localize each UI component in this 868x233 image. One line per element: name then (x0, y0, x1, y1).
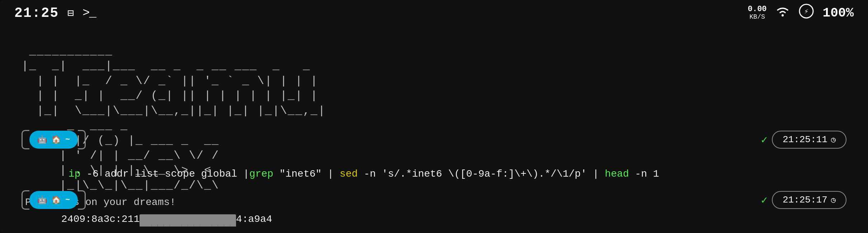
cmd-sed: sed (340, 168, 358, 180)
checkmark-1: ✓ (761, 133, 768, 146)
bracket-left-1 (22, 130, 29, 149)
cmd-part2: "inet6" | (273, 168, 340, 180)
timestamp-pill-2: 21:25:17 ◷ (772, 191, 846, 209)
home-icon-1: 🏠 (51, 135, 61, 145)
android-icon-1: 🤖 (37, 135, 47, 145)
pill-badge-1: 🤖 🏠 ~ (29, 131, 78, 149)
cmd-ip: ip (69, 168, 81, 180)
bracket-left-2 (22, 190, 29, 210)
cmd-part4: -n 1 (629, 168, 659, 180)
redacted-ip: ████████████████ (140, 214, 236, 224)
command-block-1: 🤖 🏠 ~ ✓ 21:25:11 ◷ ip -6 addr list scope… (22, 130, 846, 233)
bracket-right-1 (78, 130, 86, 149)
cmd-timestamp-2: ✓ 21:25:17 ◷ (761, 191, 846, 209)
tilde-1: ~ (65, 135, 70, 144)
android-icon-2: 🤖 (37, 195, 47, 205)
status-time: 21:25 (14, 5, 59, 21)
cmd-grep: grep (249, 168, 273, 180)
svg-text:⚡: ⚡ (804, 8, 808, 16)
pill-badge-2: 🤖 🏠 ~ (29, 191, 78, 209)
terminal-window: 21:25 ⊟ >_ 0.00 KB/S ⚡ (0, 0, 868, 233)
timestamp-value-2: 21:25:17 (783, 195, 827, 205)
battery-icon: ⚡ (798, 3, 814, 23)
terminal-icon: ⊟ (67, 6, 74, 20)
cmd-header-2: 🤖 🏠 ~ ✓ 21:25:17 ◷ (22, 190, 846, 210)
status-bar: 21:25 ⊟ >_ 0.00 KB/S ⚡ (0, 0, 868, 26)
timestamp-pill-1: 21:25:11 ◷ (772, 131, 846, 149)
prompt-icon: >_ (82, 6, 96, 20)
wifi-icon (775, 5, 790, 21)
home-icon-2: 🏠 (51, 195, 61, 205)
svg-point-0 (782, 14, 784, 17)
battery-percent: 100% (823, 6, 854, 20)
network-speed-unit: KB/S (750, 14, 765, 21)
output-suffix: 4:a9a4 (236, 214, 272, 225)
prompt-badge-2: 🤖 🏠 ~ (22, 190, 86, 210)
prompt-badge-1: 🤖 🏠 ~ (22, 130, 86, 149)
tilde-2: ~ (65, 196, 70, 205)
cmd-timestamp-1: ✓ 21:25:11 ◷ (761, 131, 846, 149)
status-left: 21:25 ⊟ >_ (14, 5, 96, 21)
output-prefix: 2409:8a3c:211 (61, 214, 140, 225)
network-speed-value: 0.00 (748, 5, 767, 14)
clock-icon-2: ◷ (831, 195, 836, 205)
cmd-part3: -n 's/.*inet6 \([0-9a-f:]\+\).*/\1/p' | (358, 168, 605, 180)
timestamp-value-1: 21:25:11 (783, 134, 827, 145)
cmd-header-1: 🤖 🏠 ~ ✓ 21:25:11 ◷ (22, 130, 846, 149)
cmd-part1: -6 addr list scope global | (80, 168, 249, 180)
checkmark-2: ✓ (761, 194, 768, 207)
clock-icon-1: ◷ (831, 135, 836, 145)
bracket-right-2 (78, 190, 86, 210)
command-block-2: 🤖 🏠 ~ ✓ 21:25:17 ◷ (22, 190, 846, 212)
network-speed: 0.00 KB/S (748, 5, 767, 21)
cmd-head: head (605, 168, 629, 180)
status-right: 0.00 KB/S ⚡ 100% (748, 3, 854, 23)
